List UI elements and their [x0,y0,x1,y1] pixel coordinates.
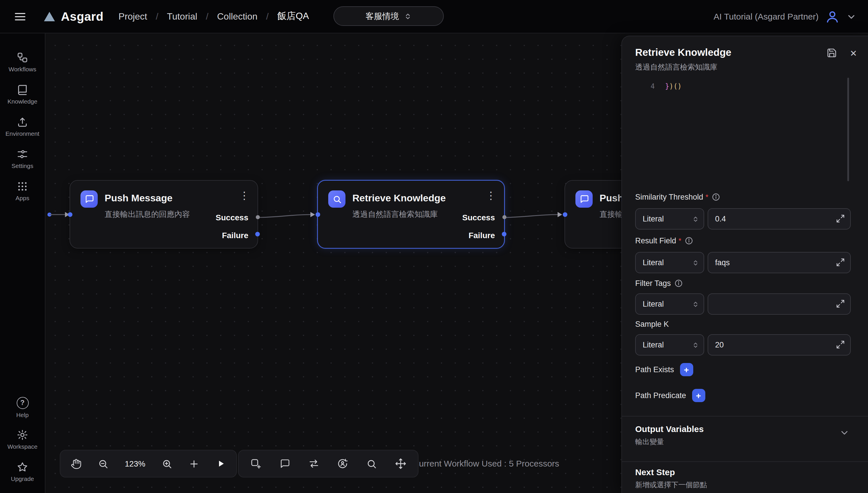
close-panel-button[interactable]: ✕ [850,49,857,57]
node-config-panel: Retrieve Knowledge 透過自然語言檢索知識庫 ✕ 4 })() … [621,36,868,493]
sidebar-item-label: Workflows [8,66,36,72]
canvas-zoom-toolbar: 123% [60,450,237,477]
chat-bubble-icon [84,194,94,204]
hand-icon [71,458,82,469]
section-divider [622,416,868,416]
code-text: })() [665,82,682,90]
success-output-port[interactable] [502,215,506,219]
sidebar-item-workspace[interactable]: Workspace [0,425,45,454]
connections-button[interactable] [308,458,319,469]
info-icon[interactable] [712,192,721,201]
result-field-input[interactable] [708,253,850,273]
pan-hand-button[interactable] [71,458,82,469]
sidebar-item-label: Upgrade [11,475,34,482]
breadcrumb-tutorial[interactable]: Tutorial [167,11,198,22]
success-output-port[interactable] [256,215,260,219]
search-canvas-button[interactable] [366,458,377,469]
sample-k-input[interactable] [708,335,850,355]
logo[interactable]: Asgard [43,9,104,23]
panel-subtitle: 透過自然語言檢索知識庫 [635,62,717,72]
add-node-button[interactable] [250,458,261,469]
code-scrollbar[interactable] [847,78,849,181]
app-window: Asgard Project / Tutorial / Collection /… [0,0,868,493]
chevron-down-icon[interactable] [839,427,850,438]
add-path-exists-button[interactable]: + [680,363,693,376]
field-label-text: Similarity Threshold [635,192,703,201]
field-label-sample-k: Sample K [635,319,669,329]
next-step-subtitle: 新增或選擇下一個節點 [635,480,850,490]
sidebar-item-knowledge[interactable]: Knowledge [0,80,45,109]
code-editor[interactable]: 4 })() [635,74,850,184]
failure-output-port[interactable] [255,232,260,236]
zoom-out-icon [98,458,109,469]
expand-editor-button[interactable] [836,214,845,223]
environment-selector[interactable]: 客服情境 [334,6,444,26]
expand-icon [836,258,845,267]
save-button[interactable] [827,48,837,58]
add-path-predicate-button[interactable]: + [692,389,705,402]
apps-grid-icon [17,180,28,192]
workflow-node-push-message[interactable]: Push Message ⋮ 直接輸出訊息的回應內容 Success Failu… [70,180,258,249]
run-workflow-button[interactable] [215,458,226,469]
node-menu-button[interactable]: ⋮ [239,190,250,201]
similarity-threshold-input[interactable] [708,209,850,229]
input-port[interactable] [68,212,72,217]
next-step-section[interactable]: Next Step 新增或選擇下一個節點 [635,467,850,490]
sidebar-item-settings[interactable]: Settings [0,144,45,173]
select-chevrons-icon [404,13,412,20]
help-icon: ? [16,396,28,409]
zoom-out-button[interactable] [98,458,109,469]
field-label-text: Filter Tags [635,279,671,287]
sidebar-item-upgrade[interactable]: Upgrade [0,457,45,486]
expand-editor-button[interactable] [836,258,845,267]
input-port[interactable] [563,212,567,217]
breadcrumb-current[interactable]: 飯店QA [277,10,309,22]
sidebar-item-apps[interactable]: Apps [0,177,45,206]
chevron-down-icon [846,11,856,22]
zoom-in-icon [162,458,173,469]
logo-triangle-icon [43,9,56,23]
expand-editor-button[interactable] [836,299,845,308]
failure-output-port[interactable] [502,232,506,236]
help-glyph: ? [20,399,25,407]
move-cross-icon [395,458,406,469]
node-menu-button[interactable]: ⋮ [486,190,496,201]
add-message-button[interactable] [279,458,290,469]
zoom-level[interactable]: 123% [125,459,145,468]
user-avatar-button[interactable] [825,9,840,24]
chat-bubble-icon [579,194,589,204]
filter-tags-input[interactable] [708,294,850,314]
info-icon[interactable] [674,279,683,287]
workflows-icon [17,52,28,63]
workflow-node-retrieve-knowledge[interactable]: Retrieve Knowledge ⋮ 透過自然語言檢索知識庫 Success… [317,180,505,249]
input-port[interactable] [316,212,320,217]
move-mode-button[interactable] [395,458,406,469]
filter-tags-type-select[interactable]: Literal [635,293,704,315]
save-icon [827,48,837,58]
expand-editor-button[interactable] [836,340,845,349]
similarity-threshold-type-select[interactable]: Literal [635,208,704,230]
info-icon[interactable] [685,236,693,245]
sidebar-item-workflows[interactable]: Workflows [0,48,45,77]
add-node-icon [250,458,261,469]
sidebar-item-label: Environment [5,130,39,137]
rerun-agent-button[interactable] [337,458,349,469]
result-field-type-select[interactable]: Literal [635,252,704,273]
swap-arrows-icon [308,458,319,469]
account-menu-button[interactable] [846,11,856,22]
breadcrumb-project[interactable]: Project [118,11,147,22]
add-button[interactable] [188,458,200,469]
sidebar-item-help[interactable]: ? Help [0,393,45,422]
field-label-filter-tags: Filter Tags [635,278,683,288]
field-label-result-field: Result Field * [635,235,693,245]
success-port-label: Success [462,213,495,222]
output-variables-section[interactable]: Output Variables 輸出變量 [635,424,850,447]
menu-button[interactable] [10,7,30,26]
sidebar-item-environment[interactable]: Environment [0,112,45,141]
zoom-in-button[interactable] [162,458,173,469]
node-title: Retrieve Knowledge [352,193,446,204]
sample-k-type-select[interactable]: Literal [635,334,704,356]
topbar: Asgard Project / Tutorial / Collection /… [0,0,868,34]
plus-glyph: + [696,391,701,400]
breadcrumb-collection[interactable]: Collection [217,11,257,22]
